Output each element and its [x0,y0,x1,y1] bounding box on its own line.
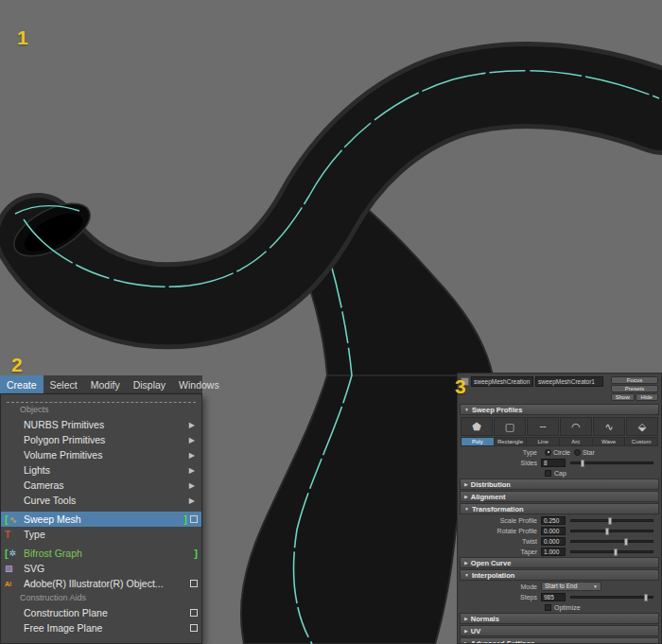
collapsed-arrow-icon: ▶ [464,640,468,644]
steps-field[interactable]: 985 [541,593,566,601]
taper-field[interactable]: 1.000 [541,548,566,556]
submenu-arrow-icon: ▶ [189,436,198,444]
optimize-checkbox[interactable] [545,604,551,611]
menu-item-polygon-primitives[interactable]: Polygon Primitives ▶ [1,432,201,447]
collapsed-arrow-icon: ▶ [464,560,468,566]
section-interpolation[interactable]: ▼ Interpolation [460,569,659,581]
option-box[interactable] [190,624,198,632]
section-title: Open Curve [471,559,512,567]
option-box[interactable] [190,609,198,617]
new-feature-bracket-right-icon: ] [194,548,198,558]
sweep-mesh-icon: ∿ [9,514,17,525]
menu-select[interactable]: Select [44,375,84,393]
steps-slider[interactable] [570,596,653,599]
tab-line[interactable]: Line [527,438,560,445]
tab-custom[interactable]: Custom [625,438,657,445]
expanded-arrow-icon: ▼ [464,572,469,578]
annotation-2: 2 [11,354,23,376]
twist-field[interactable]: 0.000 [541,537,566,546]
annotation-1: 1 [17,26,28,49]
section-advanced-settings[interactable]: ▶ Advanced Settings [460,637,659,644]
show-button[interactable]: Show [611,393,635,401]
option-box[interactable] [190,580,198,587]
section-title: Advanced Settings [471,639,535,644]
menu-item-lights[interactable]: Lights ▶ [1,462,201,478]
rotate-profile-slider[interactable] [570,530,653,532]
menu-create[interactable]: Create [0,375,44,393]
menu-item-construction-plane[interactable]: Construction Plane [1,605,201,620]
menu-item-free-image-plane[interactable]: Free Image Plane [1,620,201,635]
menu-item-type[interactable]: T Type [1,527,201,542]
cap-checkbox[interactable] [545,470,551,477]
section-sweep-profiles[interactable]: ▼ Sweep Profiles [460,404,659,415]
menu-item-bifrost-graph[interactable]: [ ✲ Bifrost Graph ] [1,546,201,561]
tab-poly[interactable]: Poly [462,438,495,445]
custom-profile-icon[interactable]: ⬙ [626,417,658,436]
annotation-3: 3 [455,375,466,398]
twist-row: Twist 0.000 [461,536,658,546]
menu-modify[interactable]: Modify [84,375,127,393]
section-title: Sweep Profiles [472,406,522,414]
sides-field[interactable]: 8 [541,459,566,467]
menu-item-nurbs-primitives[interactable]: NURBS Primitives ▶ [1,417,201,432]
twist-slider[interactable] [570,540,653,543]
focus-button[interactable]: Focus [611,376,658,384]
menu-item-adobe-illustrator-object[interactable]: Ai Adobe(R) Illustrator(R) Object... [1,576,201,591]
star-radio[interactable] [574,449,581,456]
taper-slider[interactable] [570,550,653,553]
section-uv[interactable]: ▶ UV [460,625,659,636]
rotate-profile-field[interactable]: 0.000 [541,527,566,535]
node-name-field[interactable]: sweepMeshCreator1 [535,376,603,387]
menu-item-volume-primitives[interactable]: Volume Primitives ▶ [1,447,201,462]
maya-window: 1 2 3 Create Select Modify Display Windo… [0,0,662,644]
poly-profile-icon[interactable]: ⬟ [461,417,493,436]
mode-dropdown[interactable]: Start to End ▼ [541,582,601,591]
scale-profile-field[interactable]: 0.250 [541,516,566,525]
tab-rectangle[interactable]: Rectangle [495,438,528,445]
node-type-field[interactable]: sweepMeshCreation [471,376,533,387]
submenu-arrow-icon: ▶ [189,451,198,460]
menu-item-label: NURBS Primitives [24,419,189,430]
submenu-arrow-icon: ▶ [189,481,198,490]
line-profile-icon[interactable]: ╌ [527,417,559,436]
tab-arc[interactable]: Arc [560,438,593,445]
rectangle-profile-icon[interactable]: ▢ [494,417,526,436]
menu-item-svg[interactable]: ▧ SVG [1,561,201,576]
section-transformation[interactable]: ▼ Transformation [460,503,659,514]
sides-row: Sides 8 [461,458,658,467]
collapsed-arrow-icon: ▶ [464,481,468,487]
arc-profile-icon[interactable]: ◠ [560,417,592,436]
circle-radio[interactable] [545,449,551,456]
scale-profile-slider[interactable] [570,519,653,522]
section-normals[interactable]: ▶ Normals [460,613,659,624]
hide-button[interactable]: Hide [636,393,659,401]
section-distribution[interactable]: ▶ Distribution [460,479,659,490]
menu-item-label: Construction Plane [24,607,187,618]
section-open-curve[interactable]: ▶ Open Curve [460,557,659,568]
new-feature-bracket-left-icon: [ [5,548,9,558]
collapsed-arrow-icon: ▶ [464,628,468,634]
tab-wave[interactable]: Wave [593,438,626,445]
option-box[interactable] [190,515,198,523]
collapsed-arrow-icon: ▶ [464,494,468,499]
mode-value: Start to End [545,583,577,590]
section-title: UV [471,627,480,635]
section-alignment[interactable]: ▶ Alignment [460,491,659,502]
bifrost-icon: ✲ [9,548,17,558]
sides-slider[interactable] [570,461,653,464]
profile-shape-icons: ⬟ ▢ ╌ ◠ ∿ ⬙ [461,417,658,436]
menu-display[interactable]: Display [127,375,172,393]
menu-item-sweep-mesh[interactable]: [ ∿ Sweep Mesh ] [1,512,201,527]
wave-profile-icon[interactable]: ∿ [593,417,625,436]
expanded-arrow-icon: ▼ [464,407,469,412]
menu-item-cameras[interactable]: Cameras ▶ [1,478,201,493]
menu-item-curve-tools[interactable]: Curve Tools ▶ [1,493,201,508]
star-radio-label: Star [583,449,595,456]
rotate-profile-label: Rotate Profile [461,528,541,534]
expanded-arrow-icon: ▼ [464,506,469,512]
taper-label: Taper [461,548,541,555]
menu-windows[interactable]: Windows [172,375,226,393]
optimize-label: Optimize [554,604,581,611]
tearoff-handle[interactable] [7,396,196,403]
presets-button[interactable]: Presets [611,385,658,392]
